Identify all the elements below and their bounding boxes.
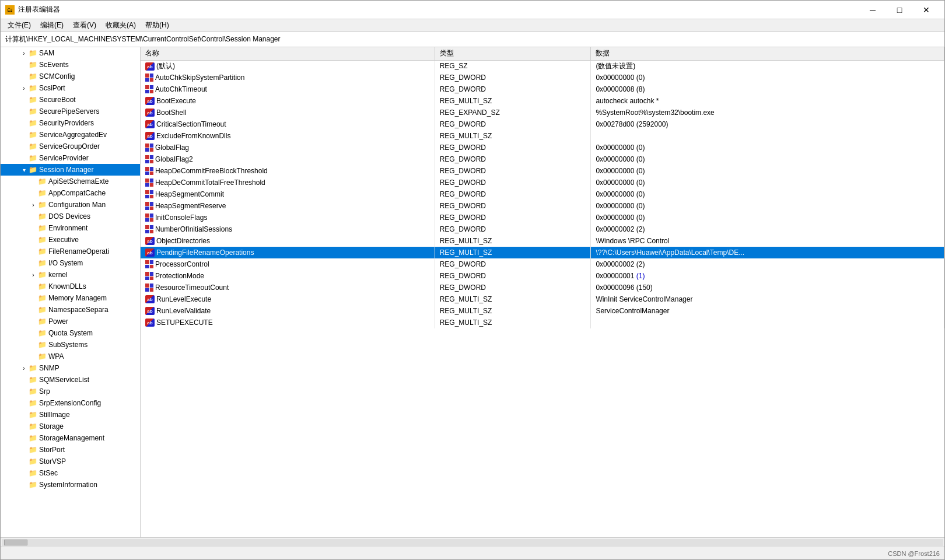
tree-item-storagemanagement[interactable]: 📁StorageManagement: [1, 432, 140, 444]
table-row[interactable]: AutoChkSkipSystemPartitionREG_DWORD0x000…: [141, 72, 944, 83]
folder-icon: 📁: [29, 422, 37, 430]
table-row[interactable]: HeapSegmentReserveREG_DWORD0x00000000 (0…: [141, 200, 944, 212]
tree-item-quotasystem[interactable]: 📁Quota System: [1, 327, 140, 339]
reg-data-cell: 0x00000000 (0): [591, 72, 944, 83]
menu-item[interactable]: 收藏夹(A): [101, 19, 141, 32]
expand-btn[interactable]: ›: [19, 85, 29, 92]
reg-type-cell: REG_DWORD: [435, 83, 591, 95]
tree-item-servicegrouporder[interactable]: 📁ServiceGroupOrder: [1, 141, 140, 152]
folder-icon: 📁: [29, 142, 37, 150]
minimize-button[interactable]: ─: [859, 1, 886, 19]
tree-item-storage[interactable]: 📁Storage: [1, 421, 140, 432]
table-row[interactable]: ResourceTimeoutCountREG_DWORD0x00000096 …: [141, 282, 944, 293]
table-row[interactable]: abCriticalSectionTimeoutREG_DWORD0x00278…: [141, 118, 944, 130]
table-row[interactable]: HeapSegmentCommitREG_DWORD0x00000000 (0): [141, 188, 944, 200]
table-row[interactable]: abPendingFileRenameOperationsREG_MULTI_S…: [141, 247, 944, 258]
tree-item-securityproviders[interactable]: 📁SecurityProviders: [1, 117, 140, 129]
tree-item-stillimage[interactable]: 📁StillImage: [1, 409, 140, 421]
table-row[interactable]: GlobalFlagREG_DWORD0x00000000 (0): [141, 142, 944, 153]
tree-item-srpextensionconfig[interactable]: 📁SrpExtensionConfig: [1, 397, 140, 409]
table-row[interactable]: ProcessorControlREG_DWORD0x00000002 (2): [141, 258, 944, 270]
tree-item-securepipeservers[interactable]: 📁SecurePipeServers: [1, 106, 140, 117]
tree-item-filerenameoperati[interactable]: 📁FileRenameOperati: [1, 246, 140, 257]
tree-item-label: Storage: [39, 422, 64, 430]
table-row[interactable]: abBootExecuteREG_MULTI_SZautocheck autoc…: [141, 95, 944, 107]
table-row[interactable]: HeapDeCommitTotalFreeThresholdREG_DWORD0…: [141, 177, 944, 188]
tree-item-sessionmanager[interactable]: ▾📁Session Manager: [1, 164, 140, 176]
grid-icon: [145, 85, 153, 93]
tree-item-systeminformation[interactable]: 📁SystemInformation: [1, 479, 140, 491]
window-controls: ─ □ ✕: [859, 1, 940, 19]
table-row[interactable]: AutoChkTimeoutREG_DWORD0x00000008 (8): [141, 83, 944, 95]
table-row[interactable]: GlobalFlag2REG_DWORD0x00000000 (0): [141, 153, 944, 165]
registry-panel[interactable]: 名称 类型 数据 ab(默认)REG_SZ(数值未设置)AutoChkSkipS…: [141, 47, 944, 537]
reg-name-cell: abRunLevelValidate: [141, 305, 435, 317]
horizontal-scrollbar[interactable]: [1, 537, 944, 547]
table-row[interactable]: abSETUPEXECUTEREG_MULTI_SZ: [141, 317, 944, 328]
reg-name-text: HeapDeCommitTotalFreeThreshold: [155, 178, 265, 187]
table-row[interactable]: abObjectDirectoriesREG_MULTI_SZ\Windows …: [141, 235, 944, 247]
reg-data-cell: \??\C:\Users\Huawei\AppData\Local\Temp\D…: [591, 247, 944, 258]
table-row[interactable]: abExcludeFromKnownDllsREG_MULTI_SZ: [141, 130, 944, 142]
table-row[interactable]: abRunLevelValidateREG_MULTI_SZServiceCon…: [141, 305, 944, 317]
menu-item[interactable]: 帮助(H): [141, 19, 174, 32]
reg-name-cell: HeapDeCommitFreeBlockThreshold: [141, 165, 435, 177]
expand-btn[interactable]: ›: [19, 50, 29, 57]
tree-item-apisetschemaexte[interactable]: 📁ApiSetSchemaExte: [1, 176, 140, 187]
tree-item-srp[interactable]: 📁Srp: [1, 386, 140, 397]
tree-item-wpa[interactable]: 📁WPA: [1, 351, 140, 362]
tree-item-iosystem[interactable]: 📁I/O System: [1, 257, 140, 269]
reg-type-cell: REG_DWORD: [435, 188, 591, 200]
reg-type-cell: REG_MULTI_SZ: [435, 247, 591, 258]
expand-btn[interactable]: ▾: [19, 167, 29, 173]
tree-item-snmp[interactable]: ›📁SNMP: [1, 362, 140, 374]
tree-panel[interactable]: ›📁SAM📁ScEvents📁SCMConfig›📁ScsiPort📁Secur…: [1, 47, 141, 537]
table-row[interactable]: InitConsoleFlagsREG_DWORD0x00000000 (0): [141, 212, 944, 223]
tree-item-appcompatcache[interactable]: 📁AppCompatCache: [1, 187, 140, 199]
table-row[interactable]: NumberOfInitialSessionsREG_DWORD0x000000…: [141, 223, 944, 235]
tree-item-serviceaggregatedev[interactable]: 📁ServiceAggregatedEv: [1, 129, 140, 141]
menu-item[interactable]: 查看(V): [68, 19, 101, 32]
tree-item-stsec[interactable]: 📁StSec: [1, 467, 140, 479]
expand-btn[interactable]: ›: [29, 202, 38, 208]
tree-item-kernel[interactable]: ›📁kernel: [1, 269, 140, 281]
expand-btn[interactable]: ›: [19, 365, 29, 372]
reg-name-cell: HeapDeCommitTotalFreeThreshold: [141, 177, 435, 188]
ab-icon: ab: [145, 237, 155, 245]
tree-item-label: StorPort: [39, 446, 65, 454]
reg-name-text: AutoChkSkipSystemPartition: [155, 74, 244, 82]
tree-item-storport[interactable]: 📁StorPort: [1, 444, 140, 456]
tree-item-knowndlls[interactable]: 📁KnownDLLs: [1, 281, 140, 292]
tree-item-executive[interactable]: 📁Executive: [1, 234, 140, 246]
table-row[interactable]: abRunLevelExecuteREG_MULTI_SZWinInit Ser…: [141, 293, 944, 305]
tree-item-power[interactable]: 📁Power: [1, 316, 140, 327]
tree-item-environment[interactable]: 📁Environment: [1, 222, 140, 234]
hscroll-thumb[interactable]: [4, 540, 27, 545]
tree-item-scmconfig[interactable]: 📁SCMConfig: [1, 71, 140, 82]
reg-type-cell: REG_DWORD: [435, 72, 591, 83]
tree-item-serviceprovider[interactable]: 📁ServiceProvider: [1, 152, 140, 164]
tree-item-namespacesepara[interactable]: 📁NamespaceSepara: [1, 304, 140, 316]
menu-item[interactable]: 文件(E): [3, 19, 36, 32]
tree-item-scevents[interactable]: 📁ScEvents: [1, 59, 140, 71]
reg-data-cell: 0x00000002 (2): [591, 223, 944, 235]
table-row[interactable]: ProtectionModeREG_DWORD0x00000001 (1): [141, 270, 944, 282]
table-row[interactable]: HeapDeCommitFreeBlockThresholdREG_DWORD0…: [141, 165, 944, 177]
col-data: 数据: [591, 47, 944, 60]
tree-item-sqmservicelist[interactable]: 📁SQMServiceList: [1, 374, 140, 386]
tree-item-subsystems[interactable]: 📁SubSystems: [1, 339, 140, 351]
tree-item-storvsp[interactable]: 📁StorVSP: [1, 456, 140, 467]
tree-item-configurationman[interactable]: ›📁Configuration Man: [1, 199, 140, 211]
expand-btn[interactable]: ›: [29, 272, 38, 278]
table-row[interactable]: abBootShellREG_EXPAND_SZ%SystemRoot%\sys…: [141, 107, 944, 118]
tree-item-memorymanagement[interactable]: 📁Memory Managem: [1, 292, 140, 304]
menu-item[interactable]: 编辑(E): [36, 19, 68, 32]
tree-item-scsiport[interactable]: ›📁ScsiPort: [1, 82, 140, 94]
reg-name-text: BootShell: [156, 108, 186, 117]
tree-item-sam[interactable]: ›📁SAM: [1, 47, 140, 59]
close-button[interactable]: ✕: [913, 1, 940, 19]
maximize-button[interactable]: □: [886, 1, 913, 19]
tree-item-dosdevices[interactable]: 📁DOS Devices: [1, 211, 140, 222]
table-row[interactable]: ab(默认)REG_SZ(数值未设置): [141, 60, 944, 72]
tree-item-secureboot[interactable]: 📁SecureBoot: [1, 94, 140, 106]
